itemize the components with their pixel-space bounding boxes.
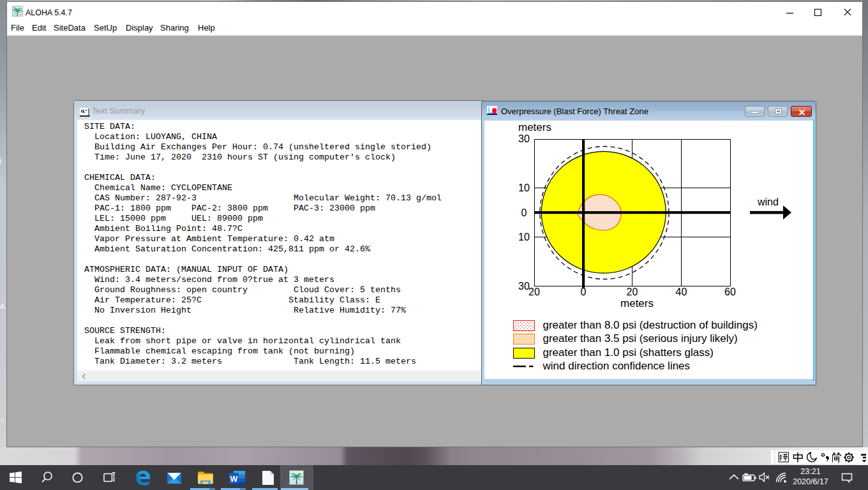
svg-text:wind: wind	[757, 197, 779, 207]
svg-text:meters: meters	[518, 121, 551, 133]
svg-text:wind direction confidence line: wind direction confidence lines	[542, 360, 691, 372]
svg-text:20: 20	[627, 286, 638, 297]
svg-text:greater than 1.0 psi (shatters: greater than 1.0 psi (shatters glass)	[543, 346, 714, 359]
svg-text:30: 30	[518, 133, 530, 144]
svg-text:greater than 3.5 psi (serious: greater than 3.5 psi (serious injury lik…	[543, 332, 738, 345]
svg-text:meters: meters	[620, 297, 654, 309]
svg-text:40: 40	[676, 286, 687, 297]
svg-text:10: 10	[518, 182, 530, 193]
svg-text:60: 60	[724, 286, 736, 297]
svg-text:W: W	[230, 475, 238, 484]
svg-text:10: 10	[518, 232, 530, 242]
svg-text:0: 0	[521, 207, 527, 218]
svg-text:20: 20	[528, 286, 540, 297]
svg-text:greater than 8.0 psi (destruct: greater than 8.0 psi (destruction of bui…	[543, 319, 758, 331]
svg-text:0: 0	[581, 286, 587, 297]
